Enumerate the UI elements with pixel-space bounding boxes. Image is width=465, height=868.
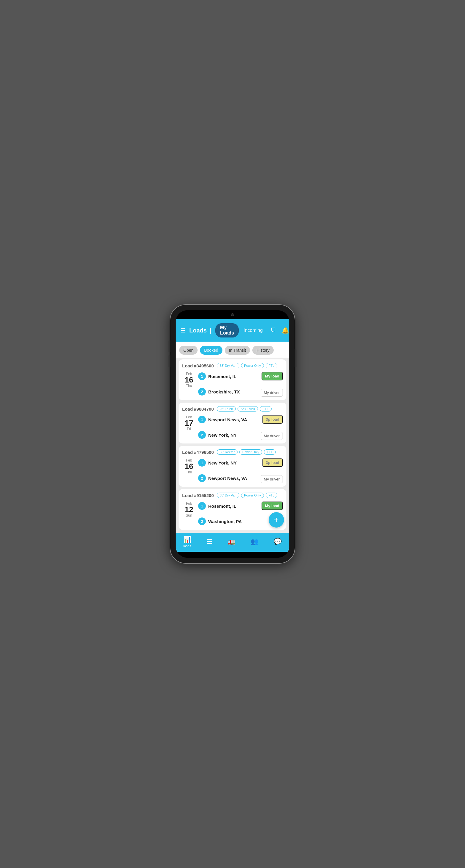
load-1-my-driver-badge[interactable]: My driver (261, 389, 283, 397)
load-2-body: Feb 17 Fri 1 Newport News, VA 2 (182, 414, 283, 440)
load-1-tag-1: Power Only (241, 363, 264, 368)
load-4-date: Feb 12 Sun (182, 501, 196, 526)
load-1-tag-2: FTL (266, 363, 278, 368)
load-4-tag-0: 53' Dry Van (217, 493, 239, 498)
load-1-origin: Rosemont, IL (208, 374, 236, 379)
load-1-actions: My load My driver (256, 371, 283, 397)
load-3-route: 1 New York, NY 2 Newport News, VA (196, 458, 256, 483)
load-2-number: Load #9884700 (182, 406, 214, 411)
load-3-origin: New York, NY (208, 460, 237, 465)
menu-icon[interactable]: ☰ (180, 327, 186, 334)
load-2-route: 1 Newport News, VA 2 New York, NY (196, 414, 256, 440)
load-2-3p-load-badge[interactable]: 3p load (262, 415, 283, 424)
load-card-2[interactable]: Load #9884700 26' Truck Box Truck FTL Fe… (179, 403, 286, 443)
load-3-weekday: Thu (186, 470, 192, 474)
load-4-tag-2: FTL (266, 493, 278, 498)
load-3-actions: 3p load My driver (256, 458, 283, 483)
load-2-route-line (202, 425, 202, 430)
load-2-date: Feb 17 Fri (182, 414, 196, 440)
load-4-origin-stop: 1 Rosemont, IL (198, 501, 236, 511)
load-3-my-driver-badge[interactable]: My driver (261, 475, 283, 483)
load-1-stop-1-circle: 1 (198, 372, 206, 380)
nav-item-team[interactable]: 👥 (251, 538, 259, 546)
load-1-body: Feb 16 Thu 1 Rosemont, IL 2 (182, 371, 283, 397)
load-1-route-line (202, 381, 202, 386)
load-3-tag-0: 53' Reefer (217, 450, 237, 455)
loads-nav-icon: 📊 (183, 536, 191, 544)
load-3-stop-2-circle: 2 (198, 474, 206, 482)
header: ☰ Loads | My Loads Incoming ⛉ 🔔 (176, 319, 289, 342)
camera-dot (231, 313, 234, 316)
bell-icon[interactable]: 🔔 (282, 327, 289, 334)
load-3-body: Feb 16 Thu 1 New York, NY 2 (182, 458, 283, 483)
load-4-dest-stop: 2 Washington, PA (198, 516, 242, 526)
content-area: Load #3495600 53' Dry Van Power Only FTL… (176, 358, 289, 533)
load-4-origin: Rosemont, IL (208, 503, 236, 508)
load-2-origin-stop: 1 Newport News, VA (198, 414, 247, 425)
load-1-origin-stop: 1 Rosemont, IL (198, 371, 236, 381)
load-3-dest-stop: 2 Newport News, VA (198, 473, 247, 483)
header-separator: | (210, 327, 211, 334)
load-2-stop-1-circle: 1 (198, 416, 206, 423)
load-4-tag-1: Power Only (241, 493, 264, 498)
load-3-3p-load-badge[interactable]: 3p load (262, 458, 283, 467)
chat-nav-icon: 💬 (274, 538, 282, 546)
nav-item-menu[interactable]: ☰ (206, 538, 212, 546)
fab-add-button[interactable]: + (269, 512, 284, 528)
load-1-destination: Brookshire, TX (208, 389, 240, 394)
header-tab-my-loads[interactable]: My Loads (215, 323, 239, 338)
load-2-dest-stop: 2 New York, NY (198, 430, 237, 440)
truck-nav-icon: 🚛 (228, 538, 235, 546)
load-4-route: 1 Rosemont, IL 2 Washington, PA (196, 501, 256, 526)
load-1-my-load-badge[interactable]: My load (262, 372, 283, 380)
load-3-number: Load #4796500 (182, 450, 214, 455)
header-title: Loads (189, 327, 207, 334)
load-4-stop-1-circle: 1 (198, 502, 206, 510)
load-2-actions: 3p load My driver (256, 414, 283, 440)
nav-item-chat[interactable]: 💬 (274, 538, 282, 546)
load-1-day: 16 (185, 376, 194, 384)
load-2-weekday: Fri (187, 427, 191, 431)
load-1-date: Feb 16 Thu (182, 371, 196, 397)
tab-booked[interactable]: Booked (200, 346, 222, 355)
filter-icon[interactable]: ⛉ (270, 327, 276, 334)
load-2-stop-2-circle: 2 (198, 431, 206, 439)
load-2-day: 17 (185, 419, 194, 427)
load-3-date: Feb 16 Thu (182, 458, 196, 483)
load-1-route: 1 Rosemont, IL 2 Brookshire, TX (196, 371, 256, 397)
load-4-day: 12 (185, 506, 194, 513)
load-4-stop-2-circle: 2 (198, 518, 206, 525)
header-tab-incoming[interactable]: Incoming (243, 328, 263, 333)
load-card-2-header: Load #9884700 26' Truck Box Truck FTL (182, 406, 283, 411)
nav-item-loads[interactable]: 📊 loads (183, 536, 191, 548)
load-3-tag-1: Power Only (239, 450, 262, 455)
load-2-origin: Newport News, VA (208, 417, 247, 422)
tab-open[interactable]: Open (179, 346, 198, 355)
tab-in-transit[interactable]: In Transit (225, 346, 250, 355)
load-card-1-header: Load #3495600 53' Dry Van Power Only FTL (182, 363, 283, 368)
load-2-tag-2: FTL (260, 406, 271, 411)
load-4-route-line (202, 511, 202, 516)
load-1-weekday: Thu (186, 384, 192, 388)
load-card-3-header: Load #4796500 53' Reefer Power Only FTL (182, 450, 283, 455)
load-card-4-header: Load #9155200 53' Dry Van Power Only FTL (182, 493, 283, 498)
load-1-dest-stop: 2 Brookshire, TX (198, 386, 240, 397)
load-3-stop-1-circle: 1 (198, 459, 206, 467)
nav-item-truck[interactable]: 🚛 (228, 538, 235, 546)
load-card-1[interactable]: Load #3495600 53' Dry Van Power Only FTL… (179, 360, 286, 400)
load-3-day: 16 (185, 462, 194, 470)
load-card-3[interactable]: Load #4796500 53' Reefer Power Only FTL … (179, 446, 286, 487)
load-4-destination: Washington, PA (208, 519, 242, 524)
load-2-my-driver-badge[interactable]: My driver (261, 432, 283, 440)
load-3-tag-2: FTL (264, 450, 276, 455)
team-nav-icon: 👥 (251, 538, 259, 546)
load-4-body: Feb 12 Sun 1 Rosemont, IL 2 (182, 501, 283, 526)
load-3-destination: Newport News, VA (208, 476, 247, 481)
load-4-my-load-badge[interactable]: My load (262, 501, 283, 510)
load-1-number: Load #3495600 (182, 363, 214, 368)
tab-history[interactable]: History (252, 346, 274, 355)
menu-nav-icon: ☰ (206, 538, 212, 546)
load-2-tag-0: 26' Truck (217, 406, 236, 411)
screen: ☰ Loads | My Loads Incoming ⛉ 🔔 Open Boo… (176, 319, 289, 552)
bottom-nav: 📊 loads ☰ 🚛 👥 💬 (176, 533, 289, 552)
